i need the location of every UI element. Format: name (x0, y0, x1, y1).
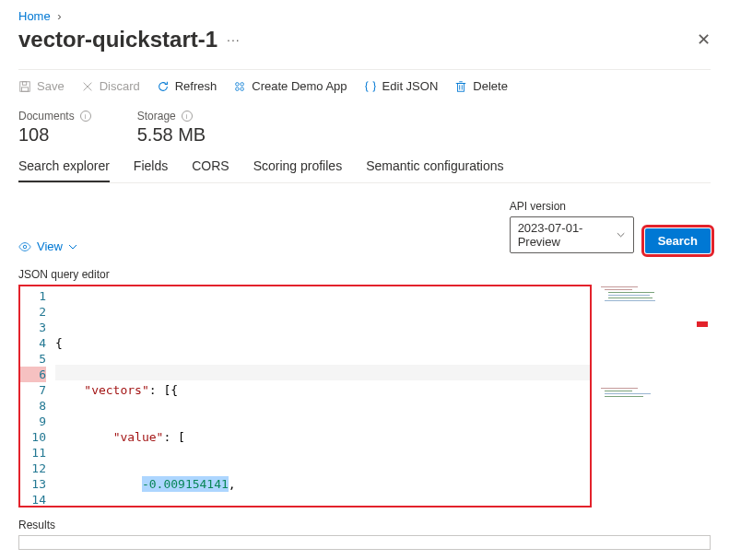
api-version-select[interactable]: 2023-07-01-Preview (510, 216, 634, 253)
svg-point-14 (23, 245, 27, 249)
tab-scoring[interactable]: Scoring profiles (253, 158, 343, 182)
tab-bar: Search explorer Fields CORS Scoring prof… (18, 158, 711, 183)
json-query-editor[interactable]: 1 2 3 4 5 6 7 8 9 10 11 12 13 14 { "vect… (18, 285, 592, 508)
svg-rect-1 (22, 81, 26, 85)
svg-point-8 (241, 87, 244, 90)
view-label: View (37, 239, 63, 253)
tab-cors[interactable]: CORS (192, 158, 229, 182)
api-version-value: 2023-07-01-Preview (518, 221, 617, 249)
save-button: Save (18, 79, 65, 93)
breadcrumb: Home › (18, 9, 711, 23)
close-icon[interactable]: ✕ (697, 29, 711, 50)
results-label: Results (18, 519, 711, 531)
more-actions-icon[interactable]: ··· (227, 32, 241, 47)
save-icon (18, 80, 31, 93)
command-bar: Save Discard Refresh Create Demo App Edi… (18, 69, 711, 102)
storage-label: Storage (137, 110, 176, 122)
scroll-marker (697, 321, 708, 327)
tab-semantic[interactable]: Semantic configurations (366, 158, 503, 182)
api-version-label: API version (510, 200, 634, 213)
delete-label: Delete (473, 79, 508, 93)
svg-point-5 (236, 82, 240, 86)
edit-json-button[interactable]: Edit JSON (364, 79, 439, 93)
code-area[interactable]: { "vectors": [{ "value": [ -0.009154141,… (55, 286, 590, 506)
view-dropdown[interactable]: View (18, 239, 77, 253)
refresh-button[interactable]: Refresh (157, 79, 218, 93)
chevron-right-icon: › (57, 9, 61, 23)
svg-point-6 (241, 82, 244, 86)
storage-stat: Storage i 5.58 MB (137, 110, 206, 146)
delete-icon (454, 80, 467, 93)
eye-icon (18, 240, 31, 253)
svg-point-7 (236, 87, 240, 90)
chevron-down-icon (617, 230, 625, 239)
editor-minimap[interactable] (597, 285, 708, 508)
page-title: vector-quickstart-1 (18, 27, 218, 52)
svg-rect-9 (458, 83, 464, 91)
documents-value: 108 (18, 124, 91, 146)
create-demo-icon (233, 80, 246, 93)
discard-button: Discard (81, 79, 140, 93)
create-demo-button[interactable]: Create Demo App (233, 79, 347, 93)
discard-label: Discard (100, 79, 140, 93)
chevron-down-icon (68, 242, 77, 251)
svg-rect-2 (22, 87, 29, 90)
tab-fields[interactable]: Fields (134, 158, 168, 182)
breadcrumb-home[interactable]: Home (18, 9, 51, 23)
save-label: Save (37, 79, 65, 93)
tab-search-explorer[interactable]: Search explorer (18, 158, 110, 182)
refresh-label: Refresh (175, 79, 218, 93)
refresh-icon (157, 80, 170, 93)
storage-value: 5.58 MB (137, 124, 206, 146)
discard-icon (81, 80, 94, 93)
info-icon[interactable]: i (80, 111, 91, 122)
delete-button[interactable]: Delete (454, 79, 508, 93)
info-icon[interactable]: i (182, 111, 193, 122)
json-editor-label: JSON query editor (18, 268, 711, 281)
documents-stat: Documents i 108 (18, 110, 91, 146)
edit-json-label: Edit JSON (382, 79, 439, 93)
search-button[interactable]: Search (645, 228, 711, 253)
documents-label: Documents (18, 110, 75, 122)
line-gutter: 1 2 3 4 5 6 7 8 9 10 11 12 13 14 (20, 286, 55, 506)
braces-icon (364, 80, 377, 93)
results-area[interactable] (18, 535, 711, 550)
create-demo-label: Create Demo App (252, 79, 347, 93)
